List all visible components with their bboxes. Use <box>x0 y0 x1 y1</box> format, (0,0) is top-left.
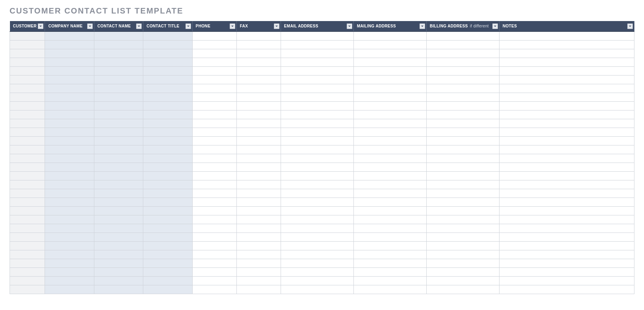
cell[interactable] <box>10 241 45 250</box>
cell[interactable] <box>45 267 94 276</box>
cell[interactable] <box>192 49 236 58</box>
cell[interactable] <box>499 75 634 84</box>
cell[interactable] <box>281 84 353 93</box>
cell[interactable] <box>192 101 236 110</box>
cell[interactable] <box>353 250 426 259</box>
cell[interactable] <box>236 75 281 84</box>
cell[interactable] <box>426 189 499 198</box>
cell[interactable] <box>10 171 45 180</box>
cell[interactable] <box>353 119 426 128</box>
cell[interactable] <box>499 259 634 267</box>
cell[interactable] <box>236 128 281 136</box>
cell[interactable] <box>192 75 236 84</box>
cell[interactable] <box>192 215 236 224</box>
cell[interactable] <box>94 145 143 154</box>
cell[interactable] <box>10 215 45 224</box>
cell[interactable] <box>353 180 426 189</box>
cell[interactable] <box>499 136 634 145</box>
cell[interactable] <box>94 40 143 49</box>
cell[interactable] <box>281 232 353 241</box>
cell[interactable] <box>353 241 426 250</box>
cell[interactable] <box>353 75 426 84</box>
cell[interactable] <box>236 163 281 171</box>
cell[interactable] <box>281 206 353 215</box>
cell[interactable] <box>192 145 236 154</box>
cell[interactable] <box>192 206 236 215</box>
cell[interactable] <box>281 241 353 250</box>
cell[interactable] <box>281 267 353 276</box>
cell[interactable] <box>281 110 353 119</box>
cell[interactable] <box>236 276 281 285</box>
cell[interactable] <box>281 180 353 189</box>
filter-dropdown-icon[interactable] <box>627 23 633 29</box>
cell[interactable] <box>94 232 143 241</box>
cell[interactable] <box>94 93 143 101</box>
cell[interactable] <box>499 241 634 250</box>
cell[interactable] <box>94 241 143 250</box>
cell[interactable] <box>281 136 353 145</box>
cell[interactable] <box>353 198 426 206</box>
cell[interactable] <box>94 136 143 145</box>
cell[interactable] <box>281 198 353 206</box>
cell[interactable] <box>236 136 281 145</box>
cell[interactable] <box>499 285 634 294</box>
cell[interactable] <box>236 171 281 180</box>
cell[interactable] <box>94 110 143 119</box>
cell[interactable] <box>236 206 281 215</box>
cell[interactable] <box>45 171 94 180</box>
cell[interactable] <box>143 49 192 58</box>
cell[interactable] <box>143 66 192 75</box>
cell[interactable] <box>236 31 281 40</box>
cell[interactable] <box>499 66 634 75</box>
cell[interactable] <box>499 171 634 180</box>
cell[interactable] <box>353 110 426 119</box>
cell[interactable] <box>10 189 45 198</box>
cell[interactable] <box>10 31 45 40</box>
cell[interactable] <box>192 93 236 101</box>
cell[interactable] <box>94 206 143 215</box>
cell[interactable] <box>45 84 94 93</box>
cell[interactable] <box>426 171 499 180</box>
cell[interactable] <box>426 276 499 285</box>
cell[interactable] <box>426 250 499 259</box>
cell[interactable] <box>426 58 499 66</box>
cell[interactable] <box>281 154 353 163</box>
cell[interactable] <box>426 66 499 75</box>
cell[interactable] <box>45 66 94 75</box>
cell[interactable] <box>281 145 353 154</box>
cell[interactable] <box>426 110 499 119</box>
cell[interactable] <box>143 58 192 66</box>
cell[interactable] <box>45 276 94 285</box>
cell[interactable] <box>192 119 236 128</box>
cell[interactable] <box>236 84 281 93</box>
cell[interactable] <box>143 145 192 154</box>
cell[interactable] <box>10 224 45 232</box>
cell[interactable] <box>499 198 634 206</box>
cell[interactable] <box>192 84 236 93</box>
cell[interactable] <box>10 276 45 285</box>
cell[interactable] <box>45 119 94 128</box>
cell[interactable] <box>45 241 94 250</box>
cell[interactable] <box>45 110 94 119</box>
filter-dropdown-icon[interactable] <box>87 23 93 29</box>
cell[interactable] <box>10 84 45 93</box>
cell[interactable] <box>353 163 426 171</box>
cell[interactable] <box>426 259 499 267</box>
cell[interactable] <box>499 84 634 93</box>
cell[interactable] <box>426 285 499 294</box>
cell[interactable] <box>353 154 426 163</box>
cell[interactable] <box>426 224 499 232</box>
cell[interactable] <box>353 285 426 294</box>
cell[interactable] <box>10 136 45 145</box>
cell[interactable] <box>192 66 236 75</box>
cell[interactable] <box>236 241 281 250</box>
cell[interactable] <box>236 154 281 163</box>
filter-dropdown-icon[interactable] <box>274 23 279 29</box>
cell[interactable] <box>10 49 45 58</box>
cell[interactable] <box>236 232 281 241</box>
cell[interactable] <box>236 267 281 276</box>
cell[interactable] <box>499 128 634 136</box>
cell[interactable] <box>281 49 353 58</box>
cell[interactable] <box>353 259 426 267</box>
cell[interactable] <box>426 145 499 154</box>
